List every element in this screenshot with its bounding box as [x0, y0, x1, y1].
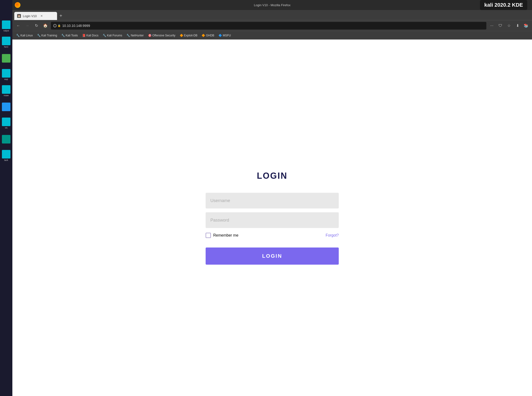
- taskbar-item-8[interactable]: [1, 132, 11, 147]
- bookmark-kali-forums-label: Kali Forums: [107, 34, 122, 37]
- nav-bar-right: ··· 🛡 ☆ ⬇ 📚: [488, 22, 530, 29]
- bookmark-kali-training-label: Kali Training: [41, 34, 57, 37]
- kali-linux-icon: 🔧: [16, 34, 19, 37]
- taskbar-label-9: tack: [4, 159, 8, 161]
- login-heading: LOGIN: [257, 171, 288, 181]
- forgot-link[interactable]: Forgot?: [326, 233, 339, 238]
- bookmark-ghdb-label: GHDB: [206, 34, 214, 37]
- tab-close-button[interactable]: ✕: [40, 14, 44, 18]
- bookmark-kali-linux-label: Kali Linux: [20, 34, 33, 37]
- title-bar: Login V10 - Mozilla Firefox kali 2020.2 …: [12, 0, 532, 10]
- remember-me-label[interactable]: Remember me: [206, 233, 238, 238]
- address-bar-icons: i 🔒: [53, 24, 61, 27]
- taskbar-label-7: vis: [5, 127, 8, 129]
- bookmark-kali-docs[interactable]: 📕 Kali Docs: [80, 32, 100, 39]
- bookmark-offensive-security-label: Offensive Security: [152, 34, 175, 37]
- lock-icon: 🔒: [57, 24, 61, 27]
- active-tab[interactable]: 🏠 Login V10 ✕: [14, 12, 57, 20]
- back-button[interactable]: ←: [15, 22, 22, 29]
- address-bar[interactable]: i 🔒 10.10.10.148:9999: [51, 22, 486, 29]
- taskbar-label-2: her2: [4, 46, 8, 48]
- password-input[interactable]: [206, 212, 339, 228]
- taskbar-label-4: eup: [4, 78, 8, 81]
- library-button[interactable]: 📚: [522, 22, 530, 29]
- offensive-security-icon: 🎯: [148, 34, 151, 37]
- msfu-icon: 🔷: [218, 34, 222, 37]
- taskbar-icon-9: [2, 150, 11, 158]
- bookmark-msfu-label: MSFU: [223, 34, 231, 37]
- taskbar-item-6[interactable]: [1, 100, 11, 114]
- firefox-icon: [15, 2, 20, 8]
- bookmark-nethunter-label: NetHunter: [131, 34, 144, 37]
- taskbar-item-5[interactable]: nsaw: [1, 84, 11, 98]
- taskbar-item-9[interactable]: tack: [1, 149, 11, 163]
- taskbar-icon-2: [2, 37, 11, 45]
- ghdb-icon: 🔶: [202, 34, 205, 37]
- taskbar-item-2[interactable]: her2: [1, 35, 11, 49]
- bookmark-kali-tools[interactable]: 🔧 Kali Tools: [59, 32, 80, 39]
- taskbar-icon-7: [2, 117, 11, 126]
- title-bar-left: [15, 2, 20, 8]
- browser-window: Login V10 - Mozilla Firefox kali 2020.2 …: [12, 0, 532, 396]
- refresh-button[interactable]: ↻: [33, 22, 40, 29]
- taskbar-item-3[interactable]: [1, 51, 11, 66]
- taskbar-item-7[interactable]: vis: [1, 116, 11, 130]
- taskbar-item-4[interactable]: eup: [1, 68, 11, 82]
- info-icon: i: [53, 24, 57, 27]
- tab-title: Login V10: [23, 14, 37, 18]
- address-url: 10.10.10.148:9999: [62, 24, 484, 28]
- username-input[interactable]: [206, 193, 339, 209]
- bookmark-exploit-db-label: Exploit-DB: [184, 34, 198, 37]
- exploit-db-icon: 🔶: [180, 34, 183, 37]
- page-content: LOGIN Remember me Forgot? LOGIN: [12, 40, 532, 396]
- bookmark-msfu[interactable]: 🔷 MSFU: [216, 32, 233, 39]
- bookmark-nethunter[interactable]: 🔧 NetHunter: [125, 32, 146, 39]
- download-button[interactable]: ⬇: [514, 22, 521, 29]
- taskbar: nalyst her2 eup nsaw vis tack: [0, 0, 12, 396]
- taskbar-icon-3: [2, 54, 11, 63]
- nav-bar: ← → ↻ 🏠 i 🔒 10.10.10.148:9999 ··· 🛡 ☆ ⬇ …: [12, 20, 532, 31]
- taskbar-icon-6: [2, 103, 11, 111]
- kali-tools-icon: 🔧: [61, 34, 65, 37]
- bookmark-kali-linux[interactable]: 🔧 Kali Linux: [14, 32, 35, 39]
- bookmark-kali-tools-label: Kali Tools: [66, 34, 78, 37]
- tab-favicon: 🏠: [17, 14, 21, 18]
- more-options-button[interactable]: ···: [488, 22, 495, 29]
- window-title: Login V10 - Mozilla Firefox: [254, 3, 290, 7]
- bookmark-exploit-db[interactable]: 🔶 Exploit-DB: [178, 32, 199, 39]
- taskbar-item-1[interactable]: nalyst: [1, 19, 11, 33]
- kali-forums-icon: 🔧: [103, 34, 106, 37]
- remember-me-text: Remember me: [213, 233, 238, 238]
- bookmarks-bar: 🔧 Kali Linux 🔧 Kali Training 🔧 Kali Tool…: [12, 31, 532, 40]
- pocket-button[interactable]: 🛡: [497, 22, 504, 29]
- remember-me-checkbox[interactable]: [206, 233, 211, 238]
- bookmark-kali-docs-label: Kali Docs: [86, 34, 98, 37]
- taskbar-label-5: nsaw: [4, 94, 9, 97]
- taskbar-icon-5: [2, 85, 11, 94]
- form-row-remember: Remember me Forgot?: [206, 232, 339, 239]
- taskbar-label-1: nalyst: [3, 29, 9, 32]
- login-form: Remember me Forgot? LOGIN: [206, 193, 339, 265]
- bookmark-offensive-security[interactable]: 🎯 Offensive Security: [146, 32, 177, 39]
- kali-badge: kali 2020.2 KDE: [480, 0, 527, 10]
- taskbar-icon-8: [2, 135, 11, 144]
- new-tab-button[interactable]: +: [57, 12, 64, 19]
- kali-training-icon: 🔧: [37, 34, 40, 37]
- taskbar-icon-4: [2, 69, 11, 78]
- taskbar-icon-1: [2, 20, 11, 29]
- tab-bar: 🏠 Login V10 ✕ +: [12, 10, 532, 20]
- bookmark-star-button[interactable]: ☆: [505, 22, 513, 29]
- bookmark-kali-training[interactable]: 🔧 Kali Training: [35, 32, 59, 39]
- login-container: LOGIN Remember me Forgot? LOGIN: [206, 171, 339, 265]
- forward-button[interactable]: →: [24, 22, 31, 29]
- kali-docs-icon: 📕: [82, 34, 85, 37]
- bookmark-kali-forums[interactable]: 🔧 Kali Forums: [101, 32, 124, 39]
- home-button[interactable]: 🏠: [42, 22, 49, 29]
- bookmark-ghdb[interactable]: 🔶 GHDB: [200, 32, 216, 39]
- login-button[interactable]: LOGIN: [206, 247, 339, 265]
- nethunter-icon: 🔧: [126, 34, 130, 37]
